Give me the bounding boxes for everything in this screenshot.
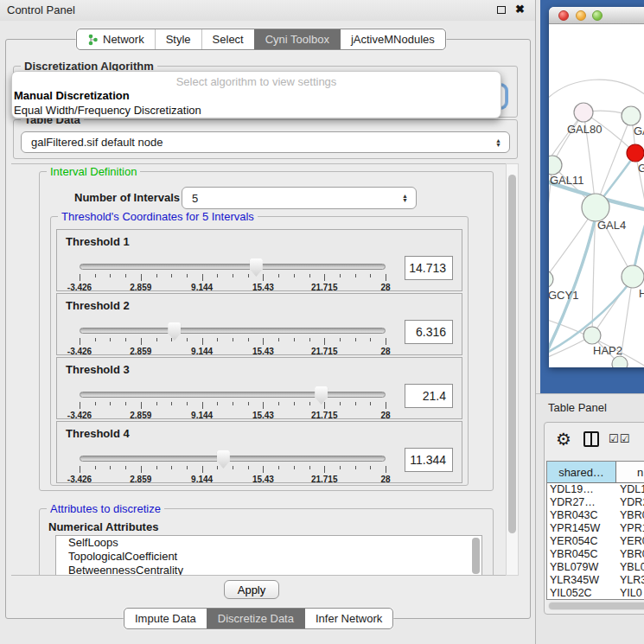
slider-tick-label: 21.715 <box>311 475 338 484</box>
slider-tick-label: 2.859 <box>130 475 151 484</box>
tab-cyni-toolbox[interactable]: Cyni Toolbox <box>254 29 340 49</box>
network-node-gal11[interactable] <box>549 156 562 175</box>
tab-jactivemnodules[interactable]: jActiveMNodules <box>340 29 445 49</box>
table-row[interactable]: YDR27…YDR2 <box>547 496 644 509</box>
numerical-attributes-list[interactable]: SelfLoopsTopologicalCoefficientBetweenne… <box>55 535 482 576</box>
slider-tick <box>110 338 111 341</box>
table-data-combobox[interactable]: galFiltered.sif default node ▲▼ <box>21 131 510 153</box>
slider-tick <box>217 274 218 277</box>
cell-name: YLR3 <box>616 574 644 587</box>
number-of-intervals-combobox[interactable]: 5 ▲▼ <box>182 187 417 209</box>
popup-option-manual-discretization[interactable]: Manual Discretization <box>14 89 130 102</box>
gear-icon[interactable]: ⚙ <box>556 429 571 450</box>
slider-tick <box>248 402 249 405</box>
slider-tick <box>80 466 80 473</box>
slider-tick <box>125 402 126 405</box>
slider-tick <box>263 466 264 473</box>
table-row[interactable]: YIL052CYIL0 <box>547 587 644 600</box>
threshold-value-field[interactable]: 21.4 <box>405 384 453 408</box>
apply-button[interactable]: Apply <box>224 580 279 599</box>
slider-tick <box>202 402 203 409</box>
cell-name: YER0 <box>616 535 644 548</box>
threshold-value-field[interactable]: 11.344 <box>405 448 453 472</box>
network-node-g[interactable] <box>627 144 644 162</box>
popup-option-equal-width-frequency[interactable]: Equal Width/Frequency Discretization <box>14 104 201 117</box>
network-node-gal80[interactable] <box>574 103 593 122</box>
scrollbar-thumb[interactable] <box>549 603 644 609</box>
slider-tick <box>386 338 386 345</box>
table-row[interactable]: YBR043CYBR0 <box>547 509 644 522</box>
threshold-slider[interactable]: -3.4262.8599.14415.4321.71528 <box>80 389 386 418</box>
tab-style[interactable]: Style <box>155 29 201 49</box>
combo-spinner-icon: ▲▼ <box>402 194 408 202</box>
app-root: Control Panel ✖ Discretization Algorithm… <box>0 0 644 644</box>
slider-tick <box>95 338 96 341</box>
attribute-list-item[interactable]: TopologicalCoefficient <box>56 550 481 564</box>
tab-infer-network[interactable]: Infer Network <box>304 609 392 628</box>
table-row[interactable]: YBR045CYBR0 <box>547 548 644 561</box>
slider-tick-label: 21.715 <box>311 283 338 292</box>
slider-tick <box>355 466 356 469</box>
threshold-slider[interactable]: -3.4262.8599.14415.4321.71528 <box>80 325 386 354</box>
threshold-slider[interactable]: -3.4262.8599.14415.4321.71528 <box>80 453 386 482</box>
slider-tick <box>171 338 172 341</box>
settings-vertical-scrollbar[interactable] <box>506 163 519 576</box>
zoom-window-icon[interactable] <box>592 10 603 21</box>
network-node-gcy1[interactable] <box>549 271 553 288</box>
network-node-hap2[interactable] <box>583 327 601 344</box>
threshold-slider[interactable]: -3.4262.8599.14415.4321.71528 <box>80 261 386 290</box>
table-row[interactable]: YLR345WYLR3 <box>547 574 644 587</box>
slider-tick <box>95 402 96 405</box>
network-window-titlebar[interactable] <box>549 7 644 24</box>
column-header-name[interactable]: n <box>616 462 644 482</box>
slider-tick <box>340 338 341 341</box>
network-node[interactable] <box>612 356 628 367</box>
slider-tick <box>278 466 279 469</box>
minimize-window-icon[interactable] <box>576 10 586 21</box>
threshold-value-field[interactable]: 14.713 <box>405 256 453 280</box>
slider-tick <box>386 402 386 409</box>
slider-tick-label: 9.144 <box>191 411 213 420</box>
tab-select[interactable]: Select <box>201 29 254 49</box>
close-icon[interactable]: ✖ <box>515 3 525 16</box>
slider-tick-label: 28 <box>380 475 390 484</box>
slider-tick <box>125 466 126 469</box>
table-row[interactable]: YER054CYER0 <box>547 535 644 548</box>
slider-tick-labels: -3.4262.8599.14415.4321.71528 <box>80 283 386 292</box>
attribute-list-item[interactable]: SelfLoops <box>56 536 481 550</box>
slider-tick <box>141 338 142 345</box>
table-row[interactable]: YBL079WYBL0 <box>547 561 644 574</box>
columns-icon[interactable] <box>583 431 599 447</box>
slider-track[interactable] <box>80 456 386 462</box>
cell-name: YBR0 <box>616 509 644 522</box>
slider-tick <box>370 338 371 341</box>
slider-tick <box>141 402 142 409</box>
slider-track[interactable] <box>80 392 386 398</box>
tab-impute-data[interactable]: Impute Data <box>124 609 207 628</box>
tab-network[interactable]: Network <box>77 29 155 49</box>
tab-discretize-data[interactable]: Discretize Data <box>207 609 304 628</box>
slider-ticks <box>80 274 386 282</box>
list-scrollbar-thumb[interactable] <box>472 538 480 574</box>
attribute-list-item[interactable]: BetweennessCentrality <box>56 564 481 576</box>
network-node-h[interactable] <box>622 265 644 288</box>
threshold-value-field[interactable]: 6.316 <box>405 320 453 344</box>
slider-tick <box>171 274 172 277</box>
slider-tick <box>248 466 249 469</box>
select-columns-checkboxes-icon[interactable]: ☑☑ <box>609 432 630 445</box>
slider-track[interactable] <box>80 328 386 334</box>
column-header-shared-name[interactable]: shared… <box>547 462 616 482</box>
network-node-gal4[interactable] <box>582 194 609 221</box>
combo-spinner-icon: ▲▼ <box>495 138 501 147</box>
network-node-ga[interactable] <box>622 106 641 125</box>
close-window-icon[interactable] <box>558 10 569 21</box>
network-canvas[interactable]: GAL80GAGGAL11GAL4GCY1HHAP2 <box>549 24 644 367</box>
table-row[interactable]: YPR145WYPR1 <box>547 522 644 535</box>
slider-tick-label: -3.426 <box>67 475 92 484</box>
threshold-label: Threshold 4 <box>66 427 130 440</box>
slider-track[interactable] <box>80 264 386 270</box>
table-horizontal-scrollbar[interactable] <box>548 602 644 610</box>
float-window-icon[interactable] <box>497 6 506 14</box>
table-row[interactable]: YDL19…YDL1 <box>547 483 644 496</box>
scrollbar-thumb[interactable] <box>508 175 516 533</box>
